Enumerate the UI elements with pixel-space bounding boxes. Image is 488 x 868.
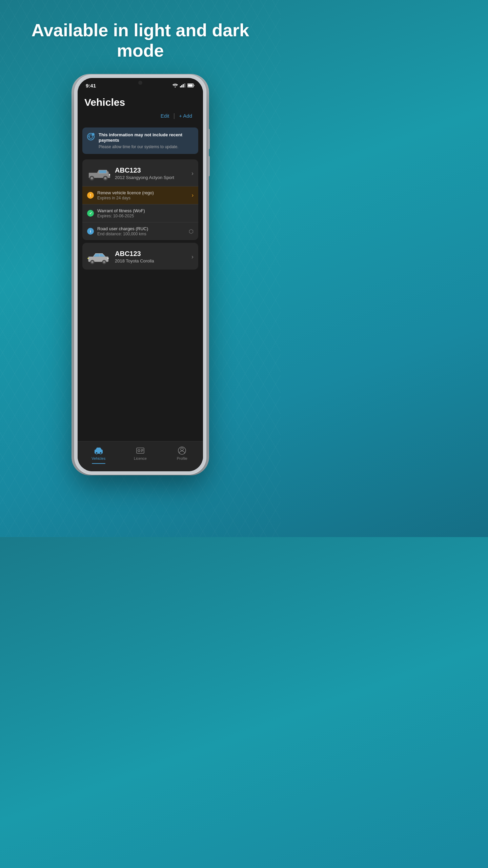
vehicle-image-1 xyxy=(87,164,111,183)
svg-rect-1 xyxy=(180,86,181,87)
rego-label: Renew vehicle licence (rego) xyxy=(97,190,188,195)
nav-item-profile[interactable]: Profile xyxy=(161,444,203,466)
vehicle-model-2: 2018 Toyota Corolla xyxy=(115,258,187,264)
camera-notch xyxy=(138,81,142,85)
rego-arrow: › xyxy=(192,192,194,198)
chevron-right-2: › xyxy=(191,253,194,260)
svg-point-32 xyxy=(181,448,183,451)
svg-point-0 xyxy=(175,86,176,87)
ruc-sub: End distance: 100,000 kms xyxy=(97,232,185,236)
edit-button[interactable]: Edit xyxy=(157,112,174,120)
svg-rect-10 xyxy=(99,171,106,173)
svg-point-28 xyxy=(138,450,140,452)
svg-rect-2 xyxy=(181,85,182,87)
info-text-block: This information may not include recent … xyxy=(99,132,194,150)
info-sub-text: Please allow time for our systems to upd… xyxy=(99,144,194,149)
licence-nav-icon xyxy=(136,446,145,455)
status-time: 9:41 xyxy=(86,83,96,88)
wof-text-block: Warrant of fitness (WoF) Expires: 10-06-… xyxy=(97,208,194,218)
info-banner: This information may not include recent … xyxy=(82,127,198,154)
svg-point-19 xyxy=(91,261,93,263)
status-item-rego[interactable]: ! Renew vehicle licence (rego) Expires i… xyxy=(82,186,198,204)
ruc-label: Road user charges (RUC) xyxy=(97,226,185,231)
vehicles-nav-label: Vehicles xyxy=(92,456,105,460)
svg-point-25 xyxy=(96,452,98,454)
vehicle-header-1[interactable]: ABC123 2012 Ssangyong Actyon Sport › xyxy=(82,159,198,186)
svg-rect-23 xyxy=(87,258,89,259)
svg-rect-22 xyxy=(107,258,109,259)
status-icons xyxy=(172,83,195,87)
phone-frame: 9:41 xyxy=(74,75,206,475)
profile-nav-icon xyxy=(178,446,186,455)
licence-nav-label: Licence xyxy=(134,456,147,460)
svg-point-15 xyxy=(104,177,106,179)
svg-rect-6 xyxy=(188,84,193,87)
page-title: Vehicles xyxy=(84,97,196,108)
vehicle-card-2: ABC123 2018 Toyota Corolla › xyxy=(82,243,198,270)
wof-label: Warrant of fitness (WoF) xyxy=(97,208,194,213)
nav-item-vehicles[interactable]: Vehicles xyxy=(78,444,119,466)
nav-item-licence[interactable]: Licence xyxy=(119,444,161,466)
svg-rect-3 xyxy=(183,84,184,87)
rego-sub: Expires in 24 days xyxy=(97,196,188,200)
rego-text-block: Renew vehicle licence (rego) Expires in … xyxy=(97,190,188,200)
wifi-icon xyxy=(172,83,178,87)
nav-active-indicator xyxy=(92,463,105,464)
app-header: Vehicles Edit | + Add xyxy=(78,91,203,125)
svg-point-13 xyxy=(91,177,93,179)
headline: Available in light and dark mode xyxy=(0,0,281,75)
phone-screen: 9:41 xyxy=(78,78,203,471)
vehicle-plate-1: ABC123 xyxy=(115,166,187,174)
warning-indicator: ! xyxy=(87,192,94,199)
app-content: Vehicles Edit | + Add This information m… xyxy=(78,91,203,471)
add-button[interactable]: + Add xyxy=(175,112,196,120)
vehicle-card-1: ABC123 2012 Ssangyong Actyon Sport › ! R… xyxy=(82,159,198,240)
status-item-wof[interactable]: ✓ Warrant of fitness (WoF) Expires: 10-0… xyxy=(82,204,198,222)
vehicle-model-1: 2012 Ssangyong Actyon Sport xyxy=(115,175,187,181)
battery-icon xyxy=(187,83,195,87)
status-item-ruc[interactable]: i Road user charges (RUC) End distance: … xyxy=(82,222,198,240)
ruc-text-block: Road user charges (RUC) End distance: 10… xyxy=(97,226,185,236)
svg-rect-16 xyxy=(109,174,110,176)
status-bar: 9:41 xyxy=(78,78,203,91)
success-indicator: ✓ xyxy=(87,210,94,217)
chevron-right-1: › xyxy=(191,170,194,177)
bottom-nav: Vehicles Licence xyxy=(78,441,203,471)
scroll-area: ABC123 2012 Ssangyong Actyon Sport › ! R… xyxy=(78,157,203,441)
vehicles-nav-icon xyxy=(94,446,103,455)
svg-point-21 xyxy=(103,261,105,263)
info-indicator: i xyxy=(87,228,94,235)
refresh-icon xyxy=(87,133,95,140)
vehicle-image-2 xyxy=(87,248,111,266)
profile-nav-label: Profile xyxy=(177,456,187,460)
header-actions: Edit | + Add xyxy=(84,110,196,122)
vehicle-header-2[interactable]: ABC123 2018 Toyota Corolla › xyxy=(82,243,198,270)
signal-icon xyxy=(180,83,185,87)
svg-point-26 xyxy=(100,452,102,454)
info-bold-text: This information may not include recent … xyxy=(99,132,194,144)
external-link-icon: ⬡ xyxy=(189,228,194,235)
vehicle-plate-2: ABC123 xyxy=(115,250,187,258)
vehicle-info-2: ABC123 2018 Toyota Corolla xyxy=(115,250,187,264)
wof-sub: Expires: 10-06-2025 xyxy=(97,214,194,218)
vehicle-info-1: ABC123 2012 Ssangyong Actyon Sport xyxy=(115,166,187,181)
svg-rect-4 xyxy=(184,83,185,87)
